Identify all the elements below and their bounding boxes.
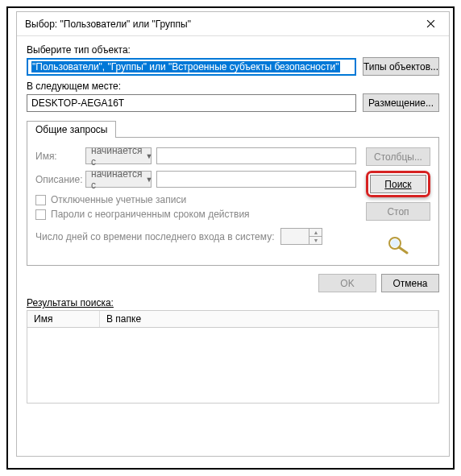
column-folder[interactable]: В папке <box>100 311 438 327</box>
dialog-window: Выбор: "Пользователи" или "Группы" Выбер… <box>16 11 450 457</box>
name-label: Имя: <box>35 151 81 162</box>
nonexpiring-passwords-label: Пароли с неограниченным сроком действия <box>51 209 250 220</box>
location-label: В следующем месте: <box>27 81 439 92</box>
chevron-down-icon[interactable]: ▼ <box>309 237 322 244</box>
stop-button[interactable]: Стоп <box>366 202 430 221</box>
chevron-down-icon: ▼ <box>145 152 152 160</box>
location-value: DESKTOP-AEGA16T <box>31 97 124 109</box>
screenshot-frame: Выбор: "Пользователи" или "Группы" Выбер… <box>6 6 455 470</box>
object-types-button[interactable]: Типы объектов... <box>363 57 439 76</box>
chevron-down-icon: ▼ <box>145 176 152 184</box>
results-grid-body[interactable] <box>27 328 439 404</box>
name-input[interactable] <box>156 147 356 164</box>
tab-header: Общие запросы <box>27 120 439 137</box>
name-match-combo[interactable]: начинается с ▼ <box>85 147 152 164</box>
tab-right: Столбцы... Поиск Стоп <box>366 147 430 257</box>
svg-line-4 <box>399 247 407 253</box>
column-name[interactable]: Имя <box>27 311 100 327</box>
chevron-up-icon[interactable]: ▲ <box>309 229 322 237</box>
close-button[interactable] <box>413 13 447 35</box>
ok-button[interactable]: OK <box>318 274 376 292</box>
tab-pane: Имя: начинается с ▼ Описание: начинается… <box>27 137 439 266</box>
search-button[interactable]: Поиск <box>370 175 426 193</box>
object-type-value: "Пользователи", "Группы" или "Встроенные… <box>31 61 340 72</box>
locations-button[interactable]: Размещение... <box>363 93 439 112</box>
magnifier-icon <box>384 235 412 257</box>
results-label: Результаты поиска: <box>27 297 439 308</box>
search-highlight: Поиск <box>366 171 430 197</box>
tab-area: Общие запросы Имя: начинается с ▼ Описан… <box>27 120 439 266</box>
cancel-button[interactable]: Отмена <box>381 274 439 292</box>
dialog-buttons: OK Отмена <box>27 274 439 292</box>
disabled-accounts-checkbox[interactable] <box>35 195 46 205</box>
days-spinner[interactable]: ▲ ▼ <box>280 228 322 245</box>
window-title: Выбор: "Пользователи" или "Группы" <box>25 19 413 30</box>
columns-button[interactable]: Столбцы... <box>366 147 430 166</box>
object-type-label: Выберите тип объекта: <box>27 44 439 56</box>
close-icon <box>426 19 435 28</box>
tab-common-queries[interactable]: Общие запросы <box>27 121 116 138</box>
desc-match-combo[interactable]: начинается с ▼ <box>85 171 152 188</box>
nonexpiring-passwords-checkbox[interactable] <box>35 209 46 220</box>
tab-left: Имя: начинается с ▼ Описание: начинается… <box>35 147 356 257</box>
svg-point-3 <box>391 239 399 247</box>
desc-label: Описание: <box>35 174 81 185</box>
desc-input[interactable] <box>156 171 356 188</box>
disabled-accounts-label: Отключенные учетные записи <box>51 194 186 205</box>
dialog-content: Выберите тип объекта: "Пользователи", "Г… <box>17 36 449 412</box>
object-type-field[interactable]: "Пользователи", "Группы" или "Встроенные… <box>27 58 356 76</box>
days-since-logon-label: Число дней со времени последнего входа в… <box>35 231 274 242</box>
titlebar: Выбор: "Пользователи" или "Группы" <box>17 12 449 36</box>
results-grid-header: Имя В папке <box>27 310 439 328</box>
location-field[interactable]: DESKTOP-AEGA16T <box>27 94 356 112</box>
